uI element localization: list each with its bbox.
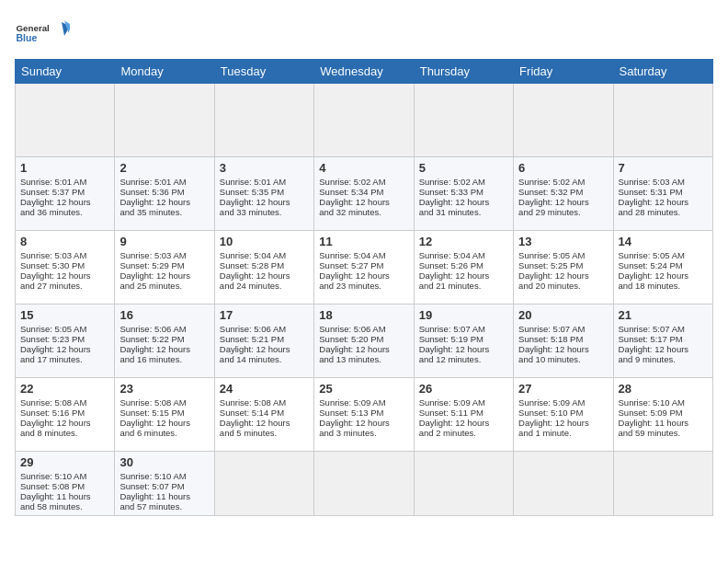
day-info: Sunset: 5:08 PM <box>20 481 109 491</box>
day-number: 27 <box>518 382 608 396</box>
day-info: Sunset: 5:15 PM <box>119 408 209 418</box>
day-info: and 13 minutes. <box>319 354 408 364</box>
day-info: Daylight: 12 hours <box>319 418 408 428</box>
calendar-cell: 30Sunrise: 5:10 AMSunset: 5:07 PMDayligh… <box>115 452 214 516</box>
day-info: Daylight: 12 hours <box>619 344 708 354</box>
day-info: Sunrise: 5:03 AM <box>20 250 109 260</box>
day-info: Sunset: 5:24 PM <box>619 260 708 270</box>
day-info: and 33 minutes. <box>220 207 309 217</box>
day-info: Daylight: 12 hours <box>20 270 109 281</box>
day-info: Sunrise: 5:06 AM <box>319 324 408 334</box>
day-info: and 25 minutes. <box>119 281 209 291</box>
day-info: Sunset: 5:14 PM <box>220 408 309 418</box>
day-info: and 20 minutes. <box>518 281 608 291</box>
calendar-cell <box>414 84 513 157</box>
day-info: Daylight: 11 hours <box>119 491 209 501</box>
day-info: Daylight: 12 hours <box>20 344 109 354</box>
calendar-cell <box>314 452 414 516</box>
calendar-cell: 7Sunrise: 5:03 AMSunset: 5:31 PMDaylight… <box>613 157 712 231</box>
logo: General Blue <box>15 15 70 52</box>
calendar-cell: 19Sunrise: 5:07 AMSunset: 5:19 PMDayligh… <box>414 304 513 378</box>
day-header-sunday: Sunday <box>16 60 115 84</box>
calendar-cell <box>414 452 513 516</box>
day-info: and 8 minutes. <box>20 428 109 438</box>
day-info: and 17 minutes. <box>20 354 109 364</box>
day-info: Daylight: 12 hours <box>20 418 109 428</box>
day-info: and 12 minutes. <box>419 354 508 364</box>
day-info: Daylight: 12 hours <box>419 197 508 207</box>
calendar-cell <box>115 84 214 157</box>
day-info: Sunrise: 5:02 AM <box>319 177 408 187</box>
calendar-cell <box>214 452 313 516</box>
calendar-cell: 9Sunrise: 5:03 AMSunset: 5:29 PMDaylight… <box>115 231 214 304</box>
calendar-cell: 25Sunrise: 5:09 AMSunset: 5:13 PMDayligh… <box>314 378 414 452</box>
day-info: Sunset: 5:23 PM <box>20 334 109 344</box>
day-number: 26 <box>419 382 508 396</box>
day-info: and 10 minutes. <box>518 354 608 364</box>
day-info: Daylight: 12 hours <box>220 197 309 207</box>
day-info: Sunrise: 5:08 AM <box>119 397 209 408</box>
day-number: 20 <box>518 308 608 322</box>
day-info: and 57 minutes. <box>119 501 209 511</box>
calendar-cell: 17Sunrise: 5:06 AMSunset: 5:21 PMDayligh… <box>214 304 313 378</box>
day-number: 23 <box>119 382 209 396</box>
day-info: Sunrise: 5:06 AM <box>119 324 209 334</box>
day-info: and 28 minutes. <box>619 207 708 217</box>
day-info: and 21 minutes. <box>419 281 508 291</box>
day-info: Daylight: 12 hours <box>518 270 608 281</box>
day-info: Daylight: 12 hours <box>119 418 209 428</box>
day-info: and 36 minutes. <box>20 207 109 217</box>
day-number: 6 <box>518 161 608 175</box>
day-info: Sunset: 5:35 PM <box>220 187 309 197</box>
day-info: Sunset: 5:27 PM <box>319 260 408 270</box>
day-info: Sunset: 5:13 PM <box>319 408 408 418</box>
day-number: 15 <box>20 308 109 322</box>
day-info: Sunset: 5:22 PM <box>119 334 209 344</box>
day-info: Daylight: 12 hours <box>518 197 608 207</box>
day-info: and 9 minutes. <box>619 354 708 364</box>
day-info: Sunrise: 5:10 AM <box>119 471 209 481</box>
day-info: and 31 minutes. <box>419 207 508 217</box>
day-number: 25 <box>319 382 408 396</box>
calendar-cell <box>314 84 414 157</box>
calendar-cell: 1Sunrise: 5:01 AMSunset: 5:37 PMDaylight… <box>16 157 115 231</box>
day-info: Sunset: 5:25 PM <box>518 260 608 270</box>
day-info: Daylight: 12 hours <box>319 344 408 354</box>
day-info: Sunset: 5:16 PM <box>20 408 109 418</box>
day-info: Daylight: 12 hours <box>319 270 408 281</box>
calendar-cell: 18Sunrise: 5:06 AMSunset: 5:20 PMDayligh… <box>314 304 414 378</box>
calendar-cell: 2Sunrise: 5:01 AMSunset: 5:36 PMDaylight… <box>115 157 214 231</box>
day-info: and 35 minutes. <box>119 207 209 217</box>
calendar-cell: 15Sunrise: 5:05 AMSunset: 5:23 PMDayligh… <box>16 304 115 378</box>
day-info: Sunset: 5:30 PM <box>20 260 109 270</box>
day-info: Sunset: 5:07 PM <box>119 481 209 491</box>
calendar-table: SundayMondayTuesdayWednesdayThursdayFrid… <box>15 59 713 516</box>
day-info: and 6 minutes. <box>119 428 209 438</box>
calendar-cell: 5Sunrise: 5:02 AMSunset: 5:33 PMDaylight… <box>414 157 513 231</box>
day-info: Sunrise: 5:01 AM <box>220 177 309 187</box>
day-number: 10 <box>220 235 309 248</box>
day-number: 28 <box>619 382 708 396</box>
day-info: and 58 minutes. <box>20 501 109 511</box>
calendar-cell: 13Sunrise: 5:05 AMSunset: 5:25 PMDayligh… <box>514 231 613 304</box>
day-info: Sunrise: 5:07 AM <box>518 324 608 334</box>
day-number: 9 <box>119 235 209 248</box>
day-info: Sunset: 5:34 PM <box>319 187 408 197</box>
calendar-cell: 3Sunrise: 5:01 AMSunset: 5:35 PMDaylight… <box>214 157 313 231</box>
day-info: Daylight: 12 hours <box>419 270 508 281</box>
day-header-friday: Friday <box>514 60 613 84</box>
day-info: Sunset: 5:28 PM <box>220 260 309 270</box>
calendar-cell <box>214 84 313 157</box>
day-info: Sunrise: 5:04 AM <box>419 250 508 260</box>
day-info: Sunrise: 5:03 AM <box>619 177 708 187</box>
day-info: Daylight: 12 hours <box>518 344 608 354</box>
day-info: Sunset: 5:36 PM <box>119 187 209 197</box>
day-info: Sunset: 5:37 PM <box>20 187 109 197</box>
day-number: 13 <box>518 235 608 248</box>
day-number: 29 <box>20 455 109 469</box>
calendar-cell: 8Sunrise: 5:03 AMSunset: 5:30 PMDaylight… <box>16 231 115 304</box>
day-info: Daylight: 12 hours <box>319 197 408 207</box>
day-info: Daylight: 12 hours <box>119 344 209 354</box>
day-number: 30 <box>119 455 209 469</box>
day-number: 11 <box>319 235 408 248</box>
